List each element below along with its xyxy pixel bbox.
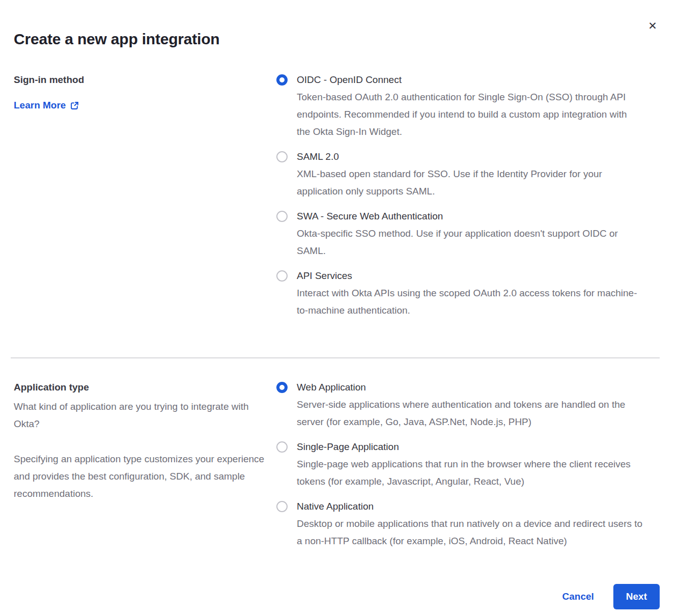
radio-option-description: Desktop or mobile applications that run … bbox=[297, 515, 643, 550]
radio-option-description: Okta-specific SSO method. Use if your ap… bbox=[297, 225, 643, 260]
radio-option-description: Interact with Okta APIs using the scoped… bbox=[297, 285, 643, 319]
radio-option-label: SAML 2.0 bbox=[297, 148, 643, 165]
radio-option-api-services[interactable]: API Services Interact with Okta APIs usi… bbox=[276, 267, 643, 319]
radio-button-saml[interactable] bbox=[276, 151, 288, 162]
section-divider bbox=[11, 357, 660, 358]
radio-option-saml[interactable]: SAML 2.0 XML-based open standard for SSO… bbox=[276, 148, 643, 200]
application-type-description-1: What kind of application are you trying … bbox=[14, 398, 266, 433]
radio-option-label: Native Application bbox=[297, 498, 643, 515]
radio-option-description: Single-page web applications that run in… bbox=[297, 456, 643, 490]
radio-option-description: Server-side applications where authentic… bbox=[297, 396, 643, 431]
radio-option-label: OIDC - OpenID Connect bbox=[297, 71, 643, 89]
radio-option-web-application[interactable]: Web Application Server-side applications… bbox=[276, 379, 643, 431]
radio-button-web-application[interactable] bbox=[276, 382, 288, 393]
radio-option-native-application[interactable]: Native Application Desktop or mobile app… bbox=[276, 498, 643, 550]
external-link-icon bbox=[70, 101, 79, 110]
radio-option-label: Web Application bbox=[297, 379, 643, 396]
radio-option-single-page-application[interactable]: Single-Page Application Single-page web … bbox=[276, 438, 643, 490]
next-button[interactable]: Next bbox=[613, 584, 660, 609]
radio-button-native-application[interactable] bbox=[276, 501, 288, 512]
radio-option-swa[interactable]: SWA - Secure Web Authentication Okta-spe… bbox=[276, 208, 643, 260]
signin-method-section: Sign-in method Learn More OIDC - OpenID … bbox=[14, 71, 660, 327]
dialog-footer: Cancel Next bbox=[14, 584, 660, 609]
radio-option-description: Token-based OAuth 2.0 authentication for… bbox=[297, 89, 643, 141]
signin-method-options: OIDC - OpenID Connect Token-based OAuth … bbox=[276, 71, 643, 327]
application-type-description-2: Specifying an application type customize… bbox=[14, 451, 266, 502]
application-type-options: Web Application Server-side applications… bbox=[276, 379, 643, 557]
close-icon[interactable]: ✕ bbox=[645, 18, 660, 33]
create-app-integration-dialog: ✕ Create a new app integration Sign-in m… bbox=[0, 0, 678, 616]
radio-option-label: Single-Page Application bbox=[297, 438, 643, 456]
radio-option-description: XML-based open standard for SSO. Use if … bbox=[297, 165, 643, 200]
application-type-heading: Application type bbox=[14, 379, 266, 396]
application-type-section: Application type What kind of applicatio… bbox=[14, 379, 660, 557]
radio-button-oidc[interactable] bbox=[276, 74, 288, 86]
radio-button-single-page-application[interactable] bbox=[276, 441, 288, 453]
radio-option-label: SWA - Secure Web Authentication bbox=[297, 208, 643, 225]
radio-button-swa[interactable] bbox=[276, 211, 288, 222]
page-title: Create a new app integration bbox=[14, 31, 660, 48]
signin-method-heading: Sign-in method bbox=[14, 71, 266, 89]
learn-more-label: Learn More bbox=[14, 97, 66, 114]
radio-button-api-services[interactable] bbox=[276, 270, 288, 282]
cancel-button[interactable]: Cancel bbox=[562, 591, 594, 602]
radio-option-oidc[interactable]: OIDC - OpenID Connect Token-based OAuth … bbox=[276, 71, 643, 141]
radio-option-label: API Services bbox=[297, 267, 643, 285]
learn-more-link[interactable]: Learn More bbox=[14, 97, 79, 114]
